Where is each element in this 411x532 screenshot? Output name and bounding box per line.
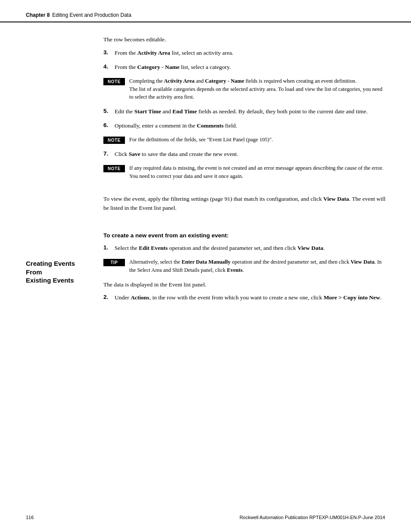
- step-7-text: Click Save to save the data and create t…: [115, 150, 387, 159]
- step-5: 5. Edit the Start Time and End Time fiel…: [103, 107, 387, 116]
- note-box-2: NOTE For the definitions of the fields, …: [103, 136, 387, 144]
- data-displayed-paragraph: The data is displayed in the Event list …: [103, 280, 387, 289]
- chapter-label: Chapter 8: [26, 12, 50, 18]
- page-footer: 116 Rockwell Automation Publication RPTE…: [0, 515, 411, 520]
- note-text-3: If any required data is missing, the eve…: [129, 164, 387, 180]
- step-2-2-num: 2.: [103, 293, 112, 300]
- intro-paragraph: The row becomes editable.: [103, 35, 387, 44]
- note-text-1: Completing the Activity Area and Categor…: [129, 77, 387, 101]
- tip-box-1: TIP Alternatively, select the Enter Data…: [103, 258, 387, 274]
- note-text-2: For the definitions of the fields, see "…: [129, 136, 387, 144]
- step-5-text: Edit the Start Time and End Time fields …: [115, 107, 387, 116]
- step-2-2: 2. Under Actions, in the row with the ev…: [103, 293, 387, 302]
- step-4-num: 4.: [103, 63, 112, 70]
- step-2-1-num: 1.: [103, 244, 112, 251]
- step-2-1-text: Select the Edit Events operation and the…: [115, 244, 387, 253]
- tip-text-1: Alternatively, select the Enter Data Man…: [129, 258, 387, 274]
- note-badge-2: NOTE: [103, 137, 125, 144]
- note-box-3: NOTE If any required data is missing, th…: [103, 164, 387, 180]
- section-2-heading: To create a new event from an existing e…: [103, 232, 387, 239]
- step-3-num: 3.: [103, 49, 112, 56]
- step-3-text: From the Activity Area list, select an a…: [115, 49, 387, 58]
- tip-badge-1: TIP: [103, 259, 125, 266]
- note-badge-1: NOTE: [103, 78, 125, 85]
- step-5-num: 5.: [103, 107, 112, 114]
- step-7-num: 7.: [103, 150, 112, 157]
- main-content: The row becomes editable. 3. From the Ac…: [95, 22, 411, 308]
- step-6-text: Optionally, enter a comment in the Comme…: [115, 121, 387, 131]
- step-4-text: From the Category - Name list, select a …: [115, 63, 387, 72]
- closing-paragraph: To view the event, apply the filtering s…: [103, 195, 387, 213]
- note-box-1: NOTE Completing the Activity Area and Ca…: [103, 77, 387, 101]
- page-number: 116: [26, 515, 34, 520]
- main-layout: Creating Events From Existing Events The…: [0, 22, 411, 333]
- step-6-num: 6.: [103, 121, 112, 128]
- step-7: 7. Click Save to save the data and creat…: [103, 150, 387, 159]
- publication-info: Rockwell Automation Publication RPTEXP-U…: [240, 515, 385, 520]
- page-header: Chapter 8 Editing Event and Production D…: [0, 0, 411, 22]
- sidebar: Creating Events From Existing Events: [0, 22, 95, 308]
- chapter-title: Editing Event and Production Data: [52, 12, 131, 18]
- step-2-2-text: Under Actions, in the row with the event…: [115, 293, 387, 302]
- note-badge-3: NOTE: [103, 165, 125, 172]
- step-2-1: 1. Select the Edit Events operation and …: [103, 244, 387, 253]
- sidebar-section-heading: Creating Events From Existing Events: [26, 259, 86, 285]
- step-3: 3. From the Activity Area list, select a…: [103, 49, 387, 58]
- page: Chapter 8 Editing Event and Production D…: [0, 0, 411, 532]
- step-6: 6. Optionally, enter a comment in the Co…: [103, 121, 387, 131]
- step-4: 4. From the Category - Name list, select…: [103, 63, 387, 72]
